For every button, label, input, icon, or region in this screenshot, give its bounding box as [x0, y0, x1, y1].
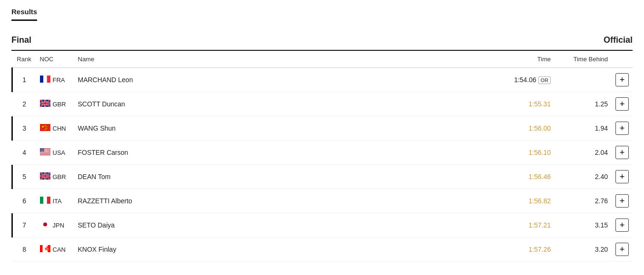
action-cell: +	[612, 141, 633, 165]
action-cell: +	[612, 189, 633, 213]
noc-text: USA	[53, 149, 66, 156]
table-row: 5 GBR DEAN Tom1:56.462.40+	[12, 165, 633, 189]
page: Results Final Official Rank NOC Name Tim…	[0, 0, 644, 275]
flag-icon: ★★★★★★ ★★★★★ ★★★★★★	[40, 148, 50, 157]
table-row: 4 ★★★★★★ ★★★★★ ★★★★★★ USA FOSTER Carson1…	[12, 141, 633, 165]
action-cell: +	[612, 92, 633, 116]
flag-icon	[40, 197, 50, 205]
col-rank: Rank	[12, 51, 36, 68]
time-behind-cell	[555, 68, 612, 92]
rank-cell: 6	[12, 189, 36, 213]
table-row: 1 FRA MARCHAND Leon1:54.06 OR+	[12, 68, 633, 92]
action-cell: +	[612, 68, 633, 92]
expand-button[interactable]: +	[615, 146, 629, 159]
expand-button[interactable]: +	[615, 218, 629, 232]
time-behind-cell: 2.40	[555, 165, 612, 189]
svg-rect-0	[40, 76, 43, 83]
rank-cell: 3	[12, 116, 36, 141]
time-cell: 1:57.21	[356, 213, 555, 237]
name-cell: KNOX Finlay	[74, 237, 356, 262]
table-row: 8 🍁 CAN KNOX Finlay1:57.263.20+	[12, 237, 633, 262]
expand-button[interactable]: +	[615, 122, 629, 135]
time-behind-cell: 1.94	[555, 116, 612, 141]
svg-rect-38	[40, 197, 43, 204]
noc-text: FRA	[53, 76, 65, 84]
expand-button[interactable]: +	[615, 170, 629, 183]
noc-cell: ★ ★ ★ ★ ★ CHN	[36, 116, 74, 141]
noc-cell: 🍁 CAN	[36, 237, 74, 262]
noc-cell: JPN	[36, 213, 74, 237]
action-cell: +	[612, 237, 633, 262]
svg-rect-37	[40, 175, 50, 177]
svg-rect-39	[43, 197, 47, 204]
expand-button[interactable]: +	[615, 97, 629, 111]
flag-icon	[40, 172, 50, 181]
col-time-behind: Time Behind	[555, 51, 612, 68]
table-row: 2 GBR SCOTT Duncan1:55.311.25+	[12, 92, 633, 116]
name-cell: RAZZETTI Alberto	[74, 189, 356, 213]
name-cell: FOSTER Carson	[74, 141, 356, 165]
expand-button[interactable]: +	[615, 73, 629, 86]
svg-rect-23	[40, 153, 50, 153]
svg-rect-44	[40, 245, 43, 252]
name-cell: DEAN Tom	[74, 165, 356, 189]
col-time: Time	[356, 51, 555, 68]
svg-text:🍁: 🍁	[44, 246, 50, 252]
expand-button[interactable]: +	[615, 243, 629, 256]
noc-cell: FRA	[36, 68, 74, 92]
action-cell: +	[612, 213, 633, 237]
svg-point-42	[43, 223, 47, 227]
col-name: Name	[74, 51, 356, 68]
rank-cell: 7	[12, 213, 36, 237]
noc-text: CHN	[53, 125, 66, 132]
time-behind-cell: 2.76	[555, 189, 612, 213]
table-body: 1 FRA MARCHAND Leon1:54.06 OR+2 GBR SCOT…	[12, 68, 633, 262]
table-row: 7 JPN SETO Daiya1:57.213.15+	[12, 213, 633, 237]
time-behind-cell: 1.25	[555, 92, 612, 116]
col-action	[612, 51, 633, 68]
table-row: 3 ★ ★ ★ ★ ★ CHN WANG Shun1:56.001.94+	[12, 116, 633, 141]
svg-text:★: ★	[44, 128, 46, 131]
flag-icon	[40, 76, 50, 84]
time-cell: 1:56.82	[356, 189, 555, 213]
section-header: Final Official	[11, 30, 633, 51]
noc-text: CAN	[53, 246, 66, 253]
noc-text: ITA	[53, 198, 62, 205]
time-cell: 1:54.06 OR	[356, 68, 555, 92]
time-cell: 1:56.10	[356, 141, 555, 165]
flag-icon: ★ ★ ★ ★ ★	[40, 124, 50, 133]
rank-cell: 5	[12, 165, 36, 189]
table-header: Rank NOC Name Time Time Behind	[12, 51, 633, 68]
flag-icon	[40, 221, 50, 229]
or-badge: OR	[538, 76, 551, 84]
noc-cell: ★★★★★★ ★★★★★ ★★★★★★ USA	[36, 141, 74, 165]
noc-cell: GBR	[36, 92, 74, 116]
flag-icon	[40, 100, 50, 108]
name-cell: SCOTT Duncan	[74, 92, 356, 116]
time-cell: 1:55.31	[356, 92, 555, 116]
time-behind-cell: 3.15	[555, 213, 612, 237]
results-table: Rank NOC Name Time Time Behind 1 FRA MAR…	[11, 51, 633, 262]
rank-cell: 8	[12, 237, 36, 262]
results-tab[interactable]: Results	[11, 8, 37, 21]
time-cell: 1:56.46	[356, 165, 555, 189]
noc-text: GBR	[53, 101, 66, 108]
name-cell: WANG Shun	[74, 116, 356, 141]
time-cell: 1:57.26	[356, 237, 555, 262]
svg-text:★★★★★★: ★★★★★★	[40, 151, 49, 152]
section-title: Final	[11, 35, 31, 45]
svg-rect-24	[40, 154, 50, 155]
svg-rect-40	[47, 197, 50, 204]
time-behind-cell: 3.20	[555, 237, 612, 262]
noc-text: GBR	[53, 173, 66, 180]
expand-button[interactable]: +	[615, 194, 629, 208]
noc-text: JPN	[53, 222, 65, 229]
action-cell: +	[612, 165, 633, 189]
flag-icon: 🍁	[40, 245, 50, 254]
noc-cell: ITA	[36, 189, 74, 213]
rank-cell: 1	[12, 68, 36, 92]
rank-cell: 2	[12, 92, 36, 116]
svg-rect-2	[47, 76, 50, 83]
table-row: 6 ITA RAZZETTI Alberto1:56.822.76+	[12, 189, 633, 213]
name-cell: SETO Daiya	[74, 213, 356, 237]
